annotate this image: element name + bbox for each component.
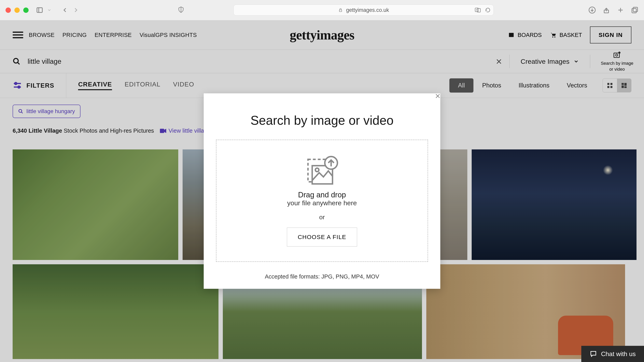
svg-point-27 <box>18 86 20 88</box>
minimize-window[interactable] <box>14 8 20 13</box>
nav-pricing[interactable]: PRICING <box>62 32 87 38</box>
svg-rect-15 <box>509 33 514 37</box>
content-tabs: CREATIVE EDITORIAL VIDEO <box>78 81 194 90</box>
svg-rect-30 <box>607 86 609 88</box>
sidebar-icon[interactable] <box>36 7 43 14</box>
search-by-image-modal: × Search by image or video Drag and drop… <box>204 93 440 289</box>
nav-basket-label: BASKET <box>560 32 582 38</box>
svg-rect-31 <box>610 86 612 88</box>
count-number: 6,340 <box>12 128 27 134</box>
separator <box>66 73 66 98</box>
filters-label: FILTERS <box>26 82 54 89</box>
cart-icon <box>550 31 557 39</box>
svg-point-16 <box>552 37 553 38</box>
drag-line-1: Drag and drop <box>287 191 357 199</box>
search-by-image-button[interactable]: + Search by image or video <box>590 51 644 72</box>
modal-close[interactable]: × <box>433 91 443 101</box>
count-query: Little Village <box>28 128 62 134</box>
svg-rect-33 <box>624 83 626 86</box>
nav-browse[interactable]: BROWSE <box>29 32 54 38</box>
chevron-down-icon[interactable] <box>47 7 52 14</box>
tab-creative[interactable]: CREATIVE <box>78 81 112 90</box>
share-icon[interactable] <box>602 6 610 14</box>
signin-button[interactable]: SIGN IN <box>590 27 632 44</box>
search-bar: × Creative Images + Search by image or v… <box>0 50 644 73</box>
search-icon[interactable] <box>12 58 20 65</box>
close-window[interactable] <box>6 8 11 13</box>
svg-text:A: A <box>476 9 478 11</box>
chat-widget[interactable]: Chat with us <box>581 346 644 362</box>
reload-icon[interactable] <box>485 7 491 13</box>
lock-icon <box>338 8 343 13</box>
privacy-shield[interactable] <box>178 6 184 14</box>
svg-rect-29 <box>610 83 612 85</box>
tab-video[interactable]: VIDEO <box>173 81 194 90</box>
nav-basket[interactable]: BASKET <box>550 31 582 39</box>
svg-point-36 <box>19 109 22 112</box>
results-count: 6,340 Little Village Stock Photos and Hi… <box>12 128 154 134</box>
traffic-lights <box>6 8 28 13</box>
masonry-icon <box>621 82 628 89</box>
search-input[interactable] <box>28 58 488 65</box>
svg-rect-32 <box>622 83 624 85</box>
svg-rect-3 <box>339 10 342 12</box>
image-result[interactable] <box>426 264 625 359</box>
related-label: little village hungary <box>26 108 75 115</box>
left-nav: BROWSE PRICING ENTERPRISE VisualGPS INSI… <box>29 32 197 38</box>
choose-file-button[interactable]: CHOOSE A FILE <box>287 228 357 246</box>
brand-logo[interactable]: gettyimages <box>290 28 354 43</box>
topnav: BROWSE PRICING ENTERPRISE VisualGPS INSI… <box>0 20 644 50</box>
upload-image-icon <box>304 155 340 187</box>
nav-visualgps[interactable]: VisualGPS INSIGHTS <box>140 32 197 38</box>
dropzone[interactable]: Drag and drop your file anywhere here or… <box>216 140 428 262</box>
right-nav: BOARDS BASKET SIGN IN <box>508 27 632 44</box>
sbi-label-1: Search by image <box>601 61 633 66</box>
image-result[interactable] <box>12 264 218 359</box>
search-icon <box>18 109 23 114</box>
filters-button[interactable]: FILTERS <box>12 81 54 90</box>
window-controls <box>36 7 80 14</box>
image-result[interactable] <box>12 149 178 260</box>
svg-rect-14 <box>632 9 636 13</box>
url-text: gettyimages.co.uk <box>346 7 389 13</box>
pill-vectors[interactable]: Vectors <box>558 78 596 93</box>
back-icon[interactable] <box>61 7 68 14</box>
svg-point-17 <box>554 37 556 38</box>
tabs-icon[interactable] <box>631 6 638 14</box>
tab-editorial[interactable]: EDITORIAL <box>124 81 160 90</box>
browser-chrome: gettyimages.co.uk A <box>0 0 644 20</box>
image-result[interactable] <box>472 149 636 260</box>
svg-rect-0 <box>37 8 42 13</box>
download-icon[interactable] <box>588 6 596 14</box>
grid-view[interactable] <box>603 79 617 92</box>
count-rest: Stock Photos and High-res Pictures <box>62 128 154 134</box>
maximize-window[interactable] <box>23 8 28 13</box>
nav-enterprise[interactable]: ENTERPRISE <box>95 32 132 38</box>
new-tab-icon[interactable] <box>617 6 624 14</box>
chat-icon <box>590 350 597 358</box>
translate-icon[interactable]: A <box>474 7 482 13</box>
svg-rect-34 <box>622 86 624 88</box>
filters-icon <box>12 81 22 90</box>
svg-point-26 <box>15 83 17 85</box>
url-bar[interactable]: gettyimages.co.uk A <box>234 5 494 16</box>
hamburger-menu[interactable] <box>12 32 23 38</box>
view-videos-link[interactable]: View little villa <box>160 128 204 134</box>
pill-photos[interactable]: Photos <box>474 78 510 93</box>
svg-rect-28 <box>607 83 609 85</box>
related-search-pill[interactable]: little village hungary <box>12 105 80 118</box>
svg-rect-38 <box>160 129 164 133</box>
creative-images-dropdown[interactable]: Creative Images <box>510 58 590 65</box>
svg-line-19 <box>18 62 20 64</box>
nav-boards[interactable]: BOARDS <box>508 31 542 39</box>
pill-all[interactable]: All <box>450 78 474 93</box>
masonry-view[interactable] <box>617 79 631 92</box>
accepted-formats: Accepted file formats: JPG, PNG, MP4, MO… <box>204 273 440 280</box>
drag-line-2: your file anywhere here <box>287 199 357 207</box>
clear-search[interactable]: × <box>488 56 509 67</box>
svg-point-18 <box>14 59 18 63</box>
grid-icon <box>606 82 613 89</box>
video-icon <box>160 128 166 133</box>
camera-search-icon: + <box>613 51 621 59</box>
pill-illustrations[interactable]: Illustrations <box>510 78 558 93</box>
